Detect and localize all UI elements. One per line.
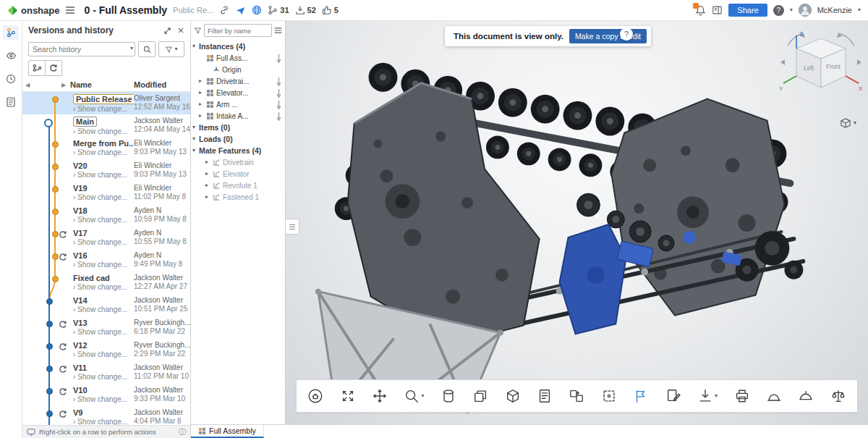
feature-tree-item[interactable]: Items (0) (191, 122, 285, 133)
version-row[interactable]: V17 Show change... Ayden N 10:55 PM May … (22, 227, 190, 249)
collapse-left-icon[interactable]: ◀ (22, 82, 59, 88)
list-view-icon[interactable] (274, 27, 282, 34)
expand-panel-icon[interactable] (163, 27, 171, 35)
show-changes-link[interactable]: Show change... (73, 170, 132, 180)
show-changes-link[interactable]: Show change... (73, 148, 132, 157)
version-row[interactable]: V14 Show change... Jackson Walter 10:51 … (22, 294, 190, 316)
state-pin-icon[interactable] (276, 77, 284, 86)
part-box-button[interactable] (503, 386, 523, 406)
version-row[interactable]: V16 Show change... Ayden N 9:49 PM May 8 (22, 249, 190, 271)
public-globe-icon[interactable] (252, 5, 262, 15)
show-changes-link[interactable]: Show change... (73, 104, 132, 114)
history-icon[interactable] (3, 72, 19, 86)
show-changes-link[interactable]: Show change... (73, 305, 132, 314)
state-pin-icon[interactable] (276, 54, 284, 63)
feature-tree-item[interactable]: Elevator (191, 168, 285, 180)
show-changes-link[interactable]: Show change... (73, 417, 132, 425)
feature-tree-item[interactable]: Revolute 1 (191, 180, 285, 191)
activity-panel-icon[interactable] (712, 5, 723, 15)
versions-history-icon[interactable] (3, 25, 19, 40)
export-count[interactable]: 52 (295, 5, 316, 15)
render-dome-button[interactable] (796, 386, 816, 406)
chevron-right-icon[interactable] (205, 159, 212, 165)
copy-transfer-button[interactable] (566, 386, 587, 406)
exploded-view-button[interactable] (338, 386, 358, 406)
version-row[interactable]: V12 Show change... Ryver Buckingh... 2:2… (22, 339, 190, 361)
filter-by-name-input[interactable] (204, 24, 272, 37)
version-row[interactable]: V10 Show change... Jackson Walter 9:33 P… (22, 384, 190, 406)
fork-count[interactable]: 31 (268, 5, 289, 15)
chevron-right-icon[interactable] (199, 90, 205, 96)
version-row[interactable]: Fixed cad Show change... Jackson Walter … (22, 271, 190, 294)
make-copy-button[interactable]: Make a copy to edit (569, 29, 647, 43)
drawing-sheets-button[interactable] (470, 386, 490, 406)
show-changes-link[interactable]: Show change... (73, 215, 132, 224)
feature-tree-item[interactable]: Origin (191, 64, 285, 75)
version-row[interactable]: Merge from Pu... Show change... Eli Winc… (22, 137, 190, 159)
filter-button[interactable]: ▾ (158, 41, 184, 57)
search-history-input[interactable] (28, 42, 135, 56)
hamburger-menu-icon[interactable] (65, 6, 75, 14)
help-button[interactable]: ? (773, 5, 784, 16)
version-row[interactable]: V13 Show change... Ryver Buckingh... 6:1… (22, 316, 190, 339)
avatar[interactable] (799, 4, 812, 17)
show-changes-link[interactable]: Show change... (73, 260, 132, 269)
feature-tree-item[interactable]: Drivetrain (191, 156, 285, 168)
appearance-clay-button[interactable] (764, 386, 784, 406)
sheet-edit-button[interactable] (663, 386, 684, 406)
onshape-logo[interactable]: onshape (7, 5, 59, 16)
simulation-flag-button[interactable] (631, 386, 651, 406)
notifications-bell-icon[interactable] (695, 5, 706, 16)
bom-table-button[interactable] (535, 386, 555, 406)
panel-splitter-handle[interactable] (286, 219, 299, 235)
state-pin-icon[interactable] (276, 100, 284, 109)
chevron-down-icon[interactable] (192, 136, 199, 142)
measure-scale-button[interactable] (828, 386, 848, 406)
feature-tree-item[interactable]: Loads (0) (191, 133, 285, 145)
help-caret-icon[interactable]: ▾ (790, 7, 793, 13)
show-changes-link[interactable]: Show change... (73, 327, 132, 337)
follow-mode-icon[interactable] (235, 5, 246, 15)
link-icon[interactable] (219, 5, 229, 15)
expand-rows-icon[interactable]: ▶ (59, 82, 70, 88)
state-pin-icon[interactable] (276, 111, 284, 121)
show-changes-link[interactable]: Show change... (73, 193, 132, 202)
fit-view-button[interactable] (305, 386, 326, 406)
close-panel-icon[interactable]: × (177, 25, 184, 35)
version-row[interactable]: Main Show change... Jackson Walter 12:04… (22, 114, 190, 137)
download-button[interactable]: ▾ (695, 386, 720, 406)
feature-tree-item[interactable]: Arm ... (191, 98, 285, 110)
search-dropdown-caret-icon[interactable]: ▾ (130, 46, 133, 51)
feature-tree-item[interactable]: Full Ass... (191, 52, 285, 64)
revolve-cylinder-button[interactable] (438, 386, 459, 406)
follow-icon[interactable] (3, 49, 19, 63)
restore-version-button[interactable] (46, 60, 62, 76)
feature-tree-item[interactable]: Drivetrai... (191, 75, 285, 87)
user-menu-caret-icon[interactable]: ▾ (858, 7, 861, 13)
selection-box-button[interactable] (599, 386, 619, 406)
notes-icon[interactable] (3, 95, 19, 109)
chevron-right-icon[interactable] (199, 113, 205, 119)
chevron-right-icon[interactable] (205, 194, 212, 200)
info-icon[interactable]: ⓘ (179, 427, 186, 437)
feature-tree-item[interactable]: Intake A... (191, 110, 285, 122)
view-options-button[interactable]: ▾ (840, 118, 856, 128)
chevron-right-icon[interactable] (205, 182, 212, 188)
version-row[interactable]: Public Release Show change... Oliver Sar… (22, 92, 190, 114)
show-changes-link[interactable]: Show change... (73, 395, 132, 404)
show-changes-link[interactable]: Show change... (73, 350, 132, 359)
feature-tree-item[interactable]: Fastened 1 (191, 191, 285, 203)
view-cube[interactable]: Left Front X Y Z (778, 27, 864, 112)
viewport-3d[interactable]: This document is view only. Make a copy … (286, 21, 868, 424)
zoom-caret-icon[interactable]: ▾ (421, 393, 424, 399)
chevron-right-icon[interactable] (205, 171, 212, 177)
feature-tree-item[interactable]: Mate Features (4) (191, 145, 285, 156)
state-pin-icon[interactable] (276, 88, 284, 98)
chevron-down-icon[interactable] (192, 148, 199, 153)
banner-help-button[interactable]: ? (620, 28, 633, 41)
show-changes-link[interactable]: Show change... (73, 282, 132, 292)
version-row[interactable]: V20 Show change... Eli Winckler 9:03 PM … (22, 159, 190, 182)
likes-count[interactable]: 5 (322, 5, 339, 15)
version-row[interactable]: V18 Show change... Ayden N 10:59 PM May … (22, 204, 190, 227)
create-branch-button[interactable] (28, 60, 46, 76)
